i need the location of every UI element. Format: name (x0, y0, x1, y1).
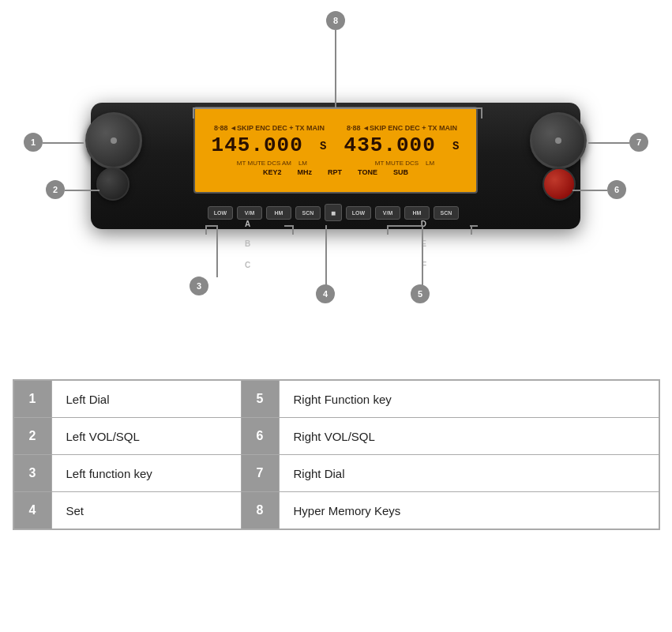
btn-vm-right[interactable]: V/M (375, 206, 400, 220)
display-top-right: 8·88 ◄SKIP ENC DEC + TX MAIN (347, 124, 457, 132)
callout-8-vr (481, 107, 482, 118)
callout-5-bracket-rv (471, 225, 472, 235)
label-right-3: Right Dial (279, 455, 659, 492)
table-row-2: 2 Left VOL/SQL 6 Right VOL/SQL (13, 418, 659, 455)
right-vol-sql (542, 167, 576, 201)
callout-8: 8 (326, 11, 345, 30)
btn-scn-left[interactable]: SCN (295, 206, 321, 220)
callout-3-bracket-left (205, 225, 216, 227)
callout-4-line (325, 225, 327, 285)
display-sub: SUB (393, 168, 408, 176)
display-tone: TONE (358, 168, 377, 176)
callout-1: 1 (24, 133, 43, 152)
callout-4: 4 (316, 284, 335, 303)
label-left-3: Left function key (51, 455, 241, 492)
display-key2: KEY2 (263, 168, 282, 176)
legend-table: 1 Left Dial 5 Right Function key 2 Left … (13, 379, 660, 530)
display-rpt: RPT (328, 168, 342, 176)
num-right-2: 6 (241, 418, 279, 455)
display-mhz: MHz (298, 168, 313, 176)
callout-8-bracket-left (193, 107, 335, 109)
label-left-1: Left Dial (51, 381, 241, 418)
label-c: C (245, 261, 250, 269)
display-top-row: 8·88 ◄SKIP ENC DEC + TX MAIN 8·88 ◄SKIP … (203, 124, 468, 132)
callout-3-bracket-lv (205, 225, 207, 235)
btn-hm-right[interactable]: HM (404, 206, 430, 220)
left-vol-sql (96, 167, 130, 201)
display-freq-right: 435.000 (344, 134, 436, 157)
left-dial (85, 112, 142, 169)
label-left-4: Set (51, 492, 241, 529)
num-left-4: 4 (13, 492, 51, 529)
callout-5-bracket-right (470, 225, 478, 227)
table-row-4: 4 Set 8 Hyper Memory Keys (13, 492, 659, 529)
num-left-3: 3 (13, 455, 51, 492)
callout-8-vl (193, 107, 194, 118)
num-right-4: 8 (241, 492, 279, 529)
display-bottom-right: MT MUTE DCS LM (375, 160, 434, 167)
label-right-4: Hyper Memory Keys (279, 492, 659, 529)
callout-8-bracket-right (335, 107, 482, 109)
radio-diagram: A B C D E F 8·88 ◄SKIP ENC DEC + TX MAIN… (0, 0, 672, 363)
table-row-3: 3 Left function key 7 Right Dial (13, 455, 659, 492)
callout-5-line (422, 225, 423, 285)
callout-7: 7 (629, 133, 648, 152)
label-right-1: Right Function key (279, 381, 659, 418)
num-left-1: 1 (13, 381, 51, 418)
display-freq-separator2: S (452, 134, 460, 157)
callout-7-line (588, 142, 629, 144)
num-right-1: 5 (241, 381, 279, 418)
callout-6: 6 (607, 180, 626, 199)
label-left-2: Left VOL/SQL (51, 418, 241, 455)
right-dial (530, 112, 587, 169)
display-bottom-left: MT MUTE DCS AM LM (237, 160, 307, 167)
callout-8-line (335, 30, 336, 109)
callout-3-bracket-right (284, 225, 294, 227)
callout-5: 5 (411, 284, 430, 303)
btn-square[interactable]: ■ (325, 204, 342, 221)
btn-vm-left[interactable]: V/M (237, 206, 262, 220)
btn-low-right[interactable]: LOW (346, 206, 371, 220)
display-freq-row: 145.000 S 435.000 S (203, 134, 468, 157)
callout-2-line (65, 190, 99, 191)
radio-display: 8·88 ◄SKIP ENC DEC + TX MAIN 8·88 ◄SKIP … (193, 107, 478, 194)
display-top-left: 8·88 ◄SKIP ENC DEC + TX MAIN (214, 124, 325, 132)
callout-1-line (43, 142, 84, 144)
num-right-3: 7 (241, 455, 279, 492)
callout-6-line (573, 190, 607, 191)
callout-3-bracket-rv (292, 225, 294, 235)
btn-scn-right[interactable]: SCN (434, 206, 459, 220)
callout-3-line (216, 225, 218, 277)
callout-5-bracket-lv (387, 225, 389, 235)
label-b: B (245, 239, 250, 248)
display-middle-row: KEY2 MHz RPT TONE SUB (203, 168, 468, 176)
btn-hm-left[interactable]: HM (266, 206, 291, 220)
table-row-1: 1 Left Dial 5 Right Function key (13, 381, 659, 418)
display-freq-separator: S (320, 134, 327, 157)
label-right-2: Right VOL/SQL (279, 418, 659, 455)
button-row: LOW V/M HM SCN ■ LOW V/M HM SCN (160, 204, 507, 221)
callout-2: 2 (46, 180, 65, 199)
num-left-2: 2 (13, 418, 51, 455)
display-bottom-row: MT MUTE DCS AM LM MT MUTE DCS LM (203, 160, 468, 167)
callout-5-bracket-left (387, 225, 422, 227)
btn-low-left[interactable]: LOW (208, 206, 233, 220)
callout-3: 3 (190, 276, 208, 295)
display-freq-left: 145.000 (212, 134, 303, 157)
